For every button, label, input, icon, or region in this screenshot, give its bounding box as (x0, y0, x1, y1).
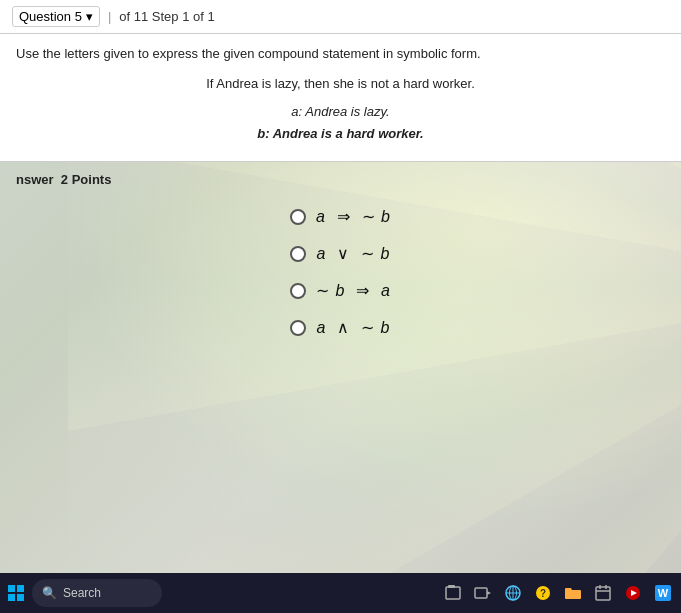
taskbar-folder-icon[interactable] (563, 583, 583, 603)
taskbar-w-icon[interactable]: W (653, 583, 673, 603)
taskbar-video-icon[interactable] (473, 583, 493, 603)
svg-rect-1 (448, 585, 455, 588)
win-square-1 (8, 585, 15, 592)
question-area: Use the letters given to express the giv… (0, 34, 681, 162)
radio-option-4[interactable] (290, 320, 306, 336)
svg-marker-3 (487, 591, 491, 595)
svg-text:?: ? (540, 588, 546, 599)
question-dropdown[interactable]: Question 5 ▾ (12, 6, 100, 27)
main-content: Question 5 ▾ | of 11 Step 1 of 1 Use the… (0, 0, 681, 573)
taskbar-icons: ? W (443, 583, 673, 603)
option-text-2: a ∨ ∼ b (316, 244, 390, 263)
files-svg (444, 584, 462, 602)
def-b: b: Andrea is a hard worker. (16, 123, 665, 145)
header-bar: Question 5 ▾ | of 11 Step 1 of 1 (0, 0, 681, 34)
win-square-4 (17, 594, 24, 601)
taskbar-globe-icon[interactable] (503, 583, 523, 603)
svg-rect-0 (446, 587, 460, 599)
taskbar-files-icon[interactable] (443, 583, 463, 603)
search-bar[interactable]: 🔍 Search (32, 579, 162, 607)
taskbar-help-icon[interactable]: ? (533, 583, 553, 603)
w-svg: W (654, 584, 672, 602)
answer-label: nswer 2 Points (16, 172, 665, 187)
option-row-4: a ∧ ∼ b (290, 318, 390, 337)
option-text-4: a ∧ ∼ b (316, 318, 390, 337)
win-square-2 (17, 585, 24, 592)
globe-svg (504, 584, 522, 602)
question-instruction: Use the letters given to express the giv… (16, 46, 665, 61)
question-content: If Andrea is lazy, then she is not a har… (16, 73, 665, 145)
folder-svg (564, 584, 582, 602)
options-container: a ⇒ ∼ b a ∨ ∼ b ∼ b ⇒ a a ∧ ∼ b (16, 207, 665, 337)
header-step: of 11 Step 1 of 1 (119, 9, 214, 24)
question-label: Question 5 (19, 9, 82, 24)
taskbar: 🔍 Search ? (0, 573, 681, 613)
statement-text: If Andrea is lazy, then she is not a har… (206, 76, 475, 91)
help-svg: ? (534, 584, 552, 602)
play-svg (624, 584, 642, 602)
calendar-svg (594, 584, 612, 602)
svg-text:W: W (658, 587, 669, 599)
radio-option-3[interactable] (290, 283, 306, 299)
search-icon: 🔍 (42, 586, 57, 600)
win-square-3 (8, 594, 15, 601)
taskbar-calendar-icon[interactable] (593, 583, 613, 603)
dropdown-arrow: ▾ (86, 9, 93, 24)
header-separator: | (108, 9, 111, 24)
radio-option-1[interactable] (290, 209, 306, 225)
radio-option-2[interactable] (290, 246, 306, 262)
option-text-1: a ⇒ ∼ b (316, 207, 391, 226)
start-button[interactable] (8, 585, 24, 601)
taskbar-play-icon[interactable] (623, 583, 643, 603)
option-row-2: a ∨ ∼ b (290, 244, 390, 263)
svg-rect-10 (596, 587, 610, 600)
windows-logo (8, 585, 24, 601)
search-label: Search (63, 586, 101, 600)
svg-rect-2 (475, 588, 487, 598)
option-row-3: ∼ b ⇒ a (290, 281, 391, 300)
option-text-3: ∼ b ⇒ a (316, 281, 391, 300)
compound-statement: If Andrea is lazy, then she is not a har… (16, 73, 665, 95)
video-svg (474, 584, 492, 602)
option-row-1: a ⇒ ∼ b (290, 207, 391, 226)
answer-area: nswer 2 Points a ⇒ ∼ b a ∨ ∼ b ∼ b ⇒ (0, 162, 681, 347)
def-a: a: Andrea is lazy. (16, 101, 665, 123)
